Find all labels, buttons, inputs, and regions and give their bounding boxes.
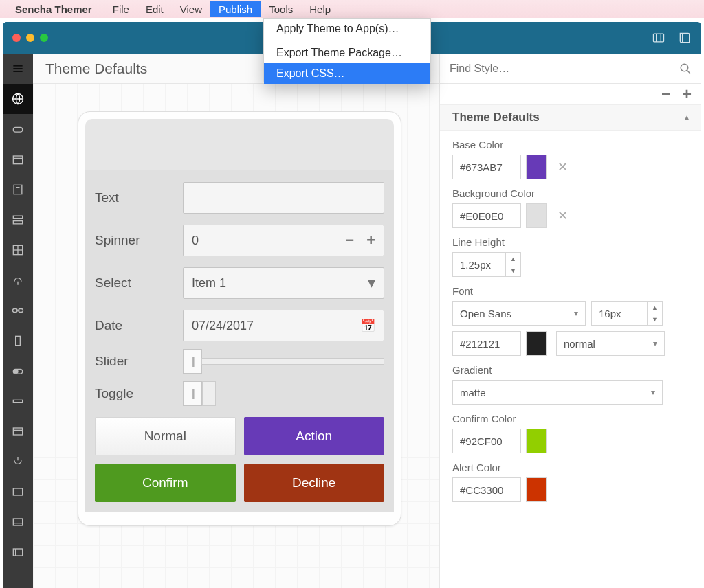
action-button[interactable]: Action <box>244 417 385 455</box>
slider-handle[interactable]: || <box>183 349 202 374</box>
arrow-down-icon[interactable]: ▼ <box>648 313 662 325</box>
dd-apply-theme[interactable]: Apply Theme to App(s)… <box>264 19 430 39</box>
preview-canvas: Text Spinner 0 −+ Select <box>33 84 439 588</box>
menu-tools[interactable]: Tools <box>261 1 301 17</box>
menu-edit[interactable]: Edit <box>138 1 172 17</box>
sidebar-icon-7[interactable] <box>3 265 33 295</box>
date-value: 07/24/2017 <box>192 319 254 333</box>
phone-preview: Text Spinner 0 −+ Select <box>78 111 402 526</box>
text-input[interactable] <box>183 182 384 214</box>
mac-menubar: Sencha Themer File Edit View Publish Too… <box>0 0 704 18</box>
sidebar-icon-15[interactable] <box>3 507 33 537</box>
decline-button[interactable]: Decline <box>244 464 385 502</box>
plus-icon[interactable]: + <box>366 231 375 249</box>
label-base-color: Base Color <box>452 139 689 150</box>
normal-button[interactable]: Normal <box>95 417 236 455</box>
svg-rect-31 <box>13 519 22 525</box>
menu-file[interactable]: File <box>104 1 138 17</box>
confirm-color-input[interactable]: #92CF00 <box>452 429 521 453</box>
sidebar-icon-16[interactable] <box>3 537 33 567</box>
bg-color-swatch[interactable] <box>526 203 547 228</box>
slider-rail <box>201 358 384 365</box>
label-select: Select <box>95 275 183 291</box>
base-color-swatch[interactable] <box>526 155 547 179</box>
arrow-down-icon[interactable]: ▼ <box>506 264 520 276</box>
calendar-icon[interactable]: 📅 <box>360 318 375 333</box>
sidebar-icon-9[interactable] <box>3 326 33 356</box>
confirm-color-swatch[interactable] <box>526 429 547 453</box>
search-icon[interactable] <box>679 63 692 75</box>
gradient-select[interactable]: matte▾ <box>452 380 663 405</box>
line-height-input[interactable]: 1.25px ▲▼ <box>452 252 521 277</box>
clear-base-color-icon[interactable]: ✕ <box>558 159 568 174</box>
minus-icon[interactable]: − <box>345 231 354 249</box>
date-input[interactable]: 07/24/2017 📅 <box>183 310 384 341</box>
base-color-input[interactable]: #673AB7 <box>452 155 521 179</box>
font-color-swatch[interactable] <box>526 331 547 356</box>
svg-rect-27 <box>13 428 22 435</box>
label-spinner: Spinner <box>95 233 183 248</box>
book-icon[interactable] <box>678 31 692 45</box>
chevron-down-icon: ▾ <box>368 274 375 292</box>
confirm-button[interactable]: Confirm <box>95 464 236 502</box>
sidebar-icon-10[interactable] <box>3 356 33 386</box>
app-name[interactable]: Sencha Themer <box>15 3 92 15</box>
sidebar-icon-2[interactable] <box>3 114 33 144</box>
maximize-button[interactable] <box>40 34 48 42</box>
dd-export-css[interactable]: Export CSS… <box>264 63 430 84</box>
panel-header[interactable]: Theme Defaults ▴ <box>440 104 701 131</box>
font-color-input[interactable]: #212121 <box>452 331 521 356</box>
label-gradient: Gradient <box>452 364 689 376</box>
right-column: − + Theme Defaults ▴ Base Color #673AB7 … <box>440 54 701 588</box>
svg-rect-0 <box>654 34 664 42</box>
slider-control[interactable]: || <box>183 352 384 370</box>
toggle-control[interactable]: || <box>183 381 384 406</box>
chevron-down-icon: ▾ <box>651 387 655 397</box>
bg-color-input[interactable]: #E0E0E0 <box>452 203 521 228</box>
clear-bg-color-icon[interactable]: ✕ <box>558 208 568 223</box>
alert-color-input[interactable]: #CC3300 <box>452 477 521 502</box>
phone-top-bar <box>85 119 394 170</box>
sidebar-globe-icon[interactable] <box>3 84 33 114</box>
sidebar-icon-3[interactable] <box>3 144 33 174</box>
select-value: Item 1 <box>192 276 226 291</box>
menu-publish[interactable]: Publish <box>210 1 261 17</box>
menu-help[interactable]: Help <box>301 1 339 17</box>
sidebar-icon-4[interactable] <box>3 174 33 205</box>
minimize-button[interactable] <box>26 34 34 42</box>
svg-rect-10 <box>13 156 22 164</box>
sidebar-icon-5[interactable] <box>3 205 33 235</box>
svg-rect-23 <box>16 336 21 345</box>
label-font: Font <box>452 285 689 297</box>
toggle-slot <box>202 381 216 406</box>
dd-export-package[interactable]: Export Theme Package… <box>264 43 430 63</box>
spinner-input[interactable]: 0 −+ <box>183 225 384 256</box>
search-row <box>440 54 701 84</box>
font-size-input[interactable]: 16px ▲▼ <box>591 301 663 326</box>
alert-color-swatch[interactable] <box>526 477 547 502</box>
film-icon[interactable] <box>652 31 666 45</box>
font-family-select[interactable]: Open Sans▾ <box>452 301 586 326</box>
collapse-icon[interactable]: − <box>661 84 671 104</box>
expand-icon[interactable]: + <box>682 84 692 104</box>
line-height-value: 1.25px <box>453 259 505 271</box>
label-date: Date <box>95 318 183 333</box>
menu-view[interactable]: View <box>172 1 210 17</box>
arrow-up-icon[interactable]: ▲ <box>648 302 662 313</box>
close-button[interactable] <box>12 34 21 42</box>
toggle-handle[interactable]: || <box>183 381 202 406</box>
arrow-up-icon[interactable]: ▲ <box>506 253 520 264</box>
svg-rect-33 <box>13 549 22 556</box>
sidebar-icon-13[interactable] <box>3 446 33 477</box>
svg-line-36 <box>687 70 690 74</box>
svg-rect-30 <box>13 488 22 495</box>
sidebar-icon-6[interactable] <box>3 235 33 265</box>
search-input[interactable] <box>450 63 679 75</box>
font-weight-select[interactable]: normal▾ <box>556 331 665 356</box>
sidebar-icon-14[interactable] <box>3 477 33 507</box>
sidebar-link-icon[interactable] <box>3 295 33 326</box>
sidebar-icon-11[interactable] <box>3 386 33 416</box>
hamburger-icon[interactable] <box>3 54 33 84</box>
select-input[interactable]: Item 1 ▾ <box>183 267 384 299</box>
sidebar-icon-12[interactable] <box>3 416 33 446</box>
